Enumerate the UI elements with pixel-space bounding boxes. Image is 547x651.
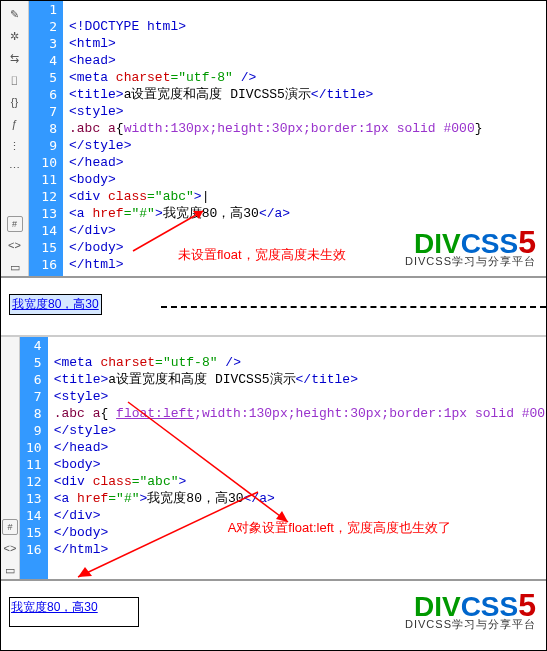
tool-tree-icon[interactable]: ⌷ (6, 71, 24, 89)
logo-top: DIVCSS5 DIVCSS学习与分享平台 (405, 226, 536, 267)
tool-dots2-icon[interactable]: ⋯ (6, 159, 24, 177)
preview-top: 我宽度80，高30 (1, 276, 546, 336)
preview-link-bottom[interactable]: 我宽度80，高30 (9, 597, 139, 627)
tool-code2-icon[interactable]: <> (1, 539, 19, 557)
tool-gear-icon[interactable]: ✲ (6, 27, 24, 45)
line-gutter-bottom: 45678910111213141516 (20, 337, 48, 579)
tool-toggle2-icon[interactable]: ▭ (1, 561, 19, 579)
tool-fn-icon[interactable]: ƒ (6, 115, 24, 133)
annotation-top: 未设置float，宽度高度未生效 (178, 246, 346, 264)
editor-toolbar-bottom: # <> ▭ (1, 337, 20, 579)
tool-code-icon[interactable]: <> (6, 236, 24, 254)
tool-fold-icon[interactable]: ⇆ (6, 49, 24, 67)
tool-dots-icon[interactable]: ⋮ (6, 137, 24, 155)
tool-brackets-icon[interactable]: {} (6, 93, 24, 111)
tool-a2-icon[interactable]: # (2, 519, 18, 535)
tool-edit-icon[interactable]: ✎ (6, 5, 24, 23)
tool-a-icon[interactable]: # (7, 216, 23, 232)
editor-toolbar-top: ✎ ✲ ⇆ ⌷ {} ƒ ⋮ ⋯ # <> ▭ (1, 1, 29, 276)
annotation-bottom: A对象设置float:left，宽度高度也生效了 (228, 519, 451, 537)
preview-bottom: 我宽度80，高30 DIVCSS5 DIVCSS学习与分享平台 (1, 579, 546, 649)
tool-toggle-icon[interactable]: ▭ (6, 258, 24, 276)
logo-bottom: DIVCSS5 DIVCSS学习与分享平台 (405, 589, 536, 630)
line-gutter-top: 12345678910111213141516 (29, 1, 63, 276)
dash-line (161, 306, 546, 308)
preview-link-top[interactable]: 我宽度80，高30 (9, 294, 102, 315)
svg-marker-5 (78, 567, 92, 577)
